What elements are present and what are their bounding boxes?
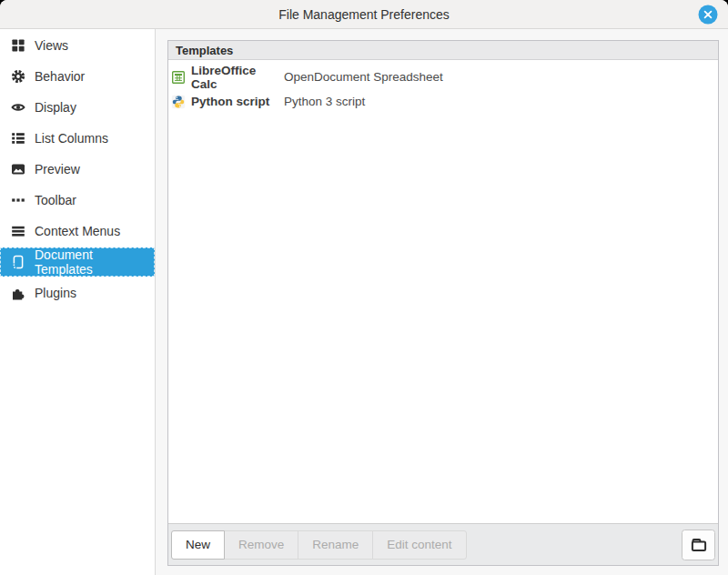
sidebar-item-views[interactable]: Views — [0, 31, 155, 60]
template-description: Python 3 script — [284, 95, 365, 108]
new-template-button[interactable]: New — [171, 530, 225, 560]
template-actions-group: New Remove Rename Edit content — [171, 530, 467, 560]
image-icon — [11, 162, 25, 177]
templates-toolbar: New Remove Rename Edit content — [168, 523, 718, 565]
folder-icon — [690, 536, 708, 554]
sidebar-item-label: Preview — [35, 162, 80, 177]
sidebar-item-preview[interactable]: Preview — [0, 155, 155, 184]
sidebar-item-context-menus[interactable]: Context Menus — [0, 217, 155, 246]
window-title: File Management Preferences — [278, 7, 450, 22]
grid-icon — [11, 38, 25, 53]
eye-icon — [11, 100, 25, 115]
titlebar: File Management Preferences — [0, 0, 728, 29]
close-x-icon — [698, 5, 718, 25]
rename-template-button[interactable]: Rename — [298, 530, 373, 560]
sidebar-item-label: Document Templates — [35, 247, 154, 277]
templates-header-label: Templates — [176, 44, 233, 57]
puzzle-icon — [11, 286, 25, 300]
open-templates-folder-button[interactable] — [682, 530, 715, 560]
templates-panel: Templates LibreOffice Calc OpenDocumen — [167, 40, 719, 566]
list-columns-icon — [11, 131, 25, 146]
sidebar-item-toolbar[interactable]: Toolbar — [0, 186, 155, 215]
libreoffice-calc-icon — [171, 70, 186, 85]
templates-list: LibreOffice Calc OpenDocument Spreadshee… — [168, 60, 718, 523]
gear-icon — [11, 69, 25, 84]
sidebar: Views Behavior — [0, 29, 156, 575]
close-button[interactable] — [698, 5, 718, 25]
template-name: Python script — [191, 95, 284, 108]
dots-icon — [11, 193, 25, 207]
sidebar-item-document-templates[interactable]: Document Templates — [0, 247, 155, 277]
preferences-dialog: File Management Preferences Views — [0, 0, 728, 575]
edit-content-button[interactable]: Edit content — [372, 530, 466, 560]
sidebar-item-behavior[interactable]: Behavior — [0, 62, 155, 91]
template-name: LibreOffice Calc — [191, 64, 284, 91]
sidebar-item-label: List Columns — [35, 131, 108, 146]
sidebar-item-label: Display — [35, 100, 76, 115]
template-row-libreoffice-calc[interactable]: LibreOffice Calc OpenDocument Spreadshee… — [168, 65, 718, 89]
content-area: Templates LibreOffice Calc OpenDocumen — [156, 29, 728, 575]
document-icon — [11, 255, 25, 269]
remove-template-button[interactable]: Remove — [224, 530, 298, 560]
template-description: OpenDocument Spreadsheet — [284, 70, 443, 84]
sidebar-item-label: Toolbar — [35, 193, 76, 207]
sidebar-item-label: Views — [35, 38, 68, 53]
sidebar-item-plugins[interactable]: Plugins — [0, 278, 155, 308]
sidebar-item-display[interactable]: Display — [0, 93, 155, 122]
sidebar-item-label: Context Menus — [35, 224, 120, 238]
python-icon — [171, 95, 186, 109]
sidebar-item-label: Plugins — [35, 286, 76, 300]
menu-lines-icon — [11, 224, 25, 238]
sidebar-item-list-columns[interactable]: List Columns — [0, 124, 155, 153]
template-row-python-script[interactable]: Python script Python 3 script — [168, 89, 718, 114]
sidebar-item-label: Behavior — [35, 69, 85, 84]
main-area: Views Behavior — [0, 29, 728, 575]
templates-header: Templates — [168, 41, 718, 60]
